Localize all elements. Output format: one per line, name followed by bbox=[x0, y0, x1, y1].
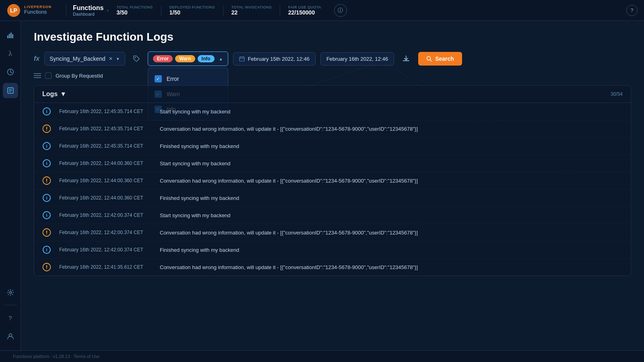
sidebar-item-schedule[interactable] bbox=[3, 64, 18, 80]
info-icon-nav[interactable]: ⓘ bbox=[334, 4, 347, 17]
info-badge: Info bbox=[198, 55, 215, 62]
fx-label: fx bbox=[34, 55, 39, 62]
sidebar-item-user[interactable] bbox=[3, 329, 18, 344]
log-message: Start syncing with my backend bbox=[160, 212, 231, 218]
svg-point-34 bbox=[46, 268, 47, 269]
tag-filter-button[interactable] bbox=[130, 52, 143, 65]
log-timestamp: February 16th 2022, 12:42:00.374 CET bbox=[59, 212, 152, 218]
sidebar-bottom: ? bbox=[3, 285, 18, 344]
search-icon bbox=[426, 56, 432, 62]
info-log-icon: i bbox=[43, 107, 51, 115]
table-row[interactable]: i February 16th 2022, 12:45:35.714 CET F… bbox=[34, 138, 631, 155]
nav-title: Functions Dashboard bbox=[73, 4, 103, 16]
group-by-label: Group By RequestId bbox=[56, 73, 103, 79]
group-by-checkbox[interactable] bbox=[45, 72, 52, 79]
logs-count: 30/54 bbox=[611, 91, 623, 97]
sidebar-item-logs[interactable] bbox=[3, 83, 18, 98]
date-from-value: February 15th 2022, 12:46 bbox=[248, 56, 310, 62]
log-message: Start syncing with my backend bbox=[160, 160, 231, 167]
svg-point-13 bbox=[9, 292, 11, 294]
group-by-row: Group By RequestId bbox=[34, 72, 631, 79]
svg-text:LP: LP bbox=[10, 7, 17, 14]
table-row[interactable]: February 16th 2022, 12:41:35.612 CET Con… bbox=[34, 259, 631, 276]
svg-point-17 bbox=[134, 57, 136, 58]
clear-function-button[interactable]: ✕ bbox=[109, 56, 113, 62]
svg-rect-4 bbox=[10, 33, 12, 38]
svg-rect-2 bbox=[7, 35, 8, 38]
sidebar-item-analytics[interactable] bbox=[3, 27, 18, 43]
table-row[interactable]: i February 16th 2022, 12:42:00.374 CET S… bbox=[34, 207, 631, 224]
info-log-icon: i bbox=[43, 211, 51, 219]
function-name: Syncing_My_Backend bbox=[50, 56, 105, 62]
sidebar-item-settings[interactable] bbox=[3, 285, 18, 300]
page-title: Investigate Function Logs bbox=[34, 31, 631, 43]
warn-log-icon bbox=[42, 176, 51, 185]
log-message: Conversation had wrong information, will… bbox=[160, 230, 418, 236]
table-row[interactable]: February 16th 2022, 12:44:00.360 CET Con… bbox=[34, 172, 631, 189]
warn-log-icon bbox=[42, 263, 51, 272]
nav-functions-section: Functions Dashboard › bbox=[73, 4, 108, 16]
main-layout: λ ? Investigate Function Logs bbox=[0, 21, 644, 350]
svg-line-23 bbox=[430, 60, 432, 62]
table-row[interactable]: February 16th 2022, 12:45:35.714 CET Con… bbox=[34, 120, 631, 138]
stat-deployed-functions: DEPLOYED FUNCTIONS 1/50 bbox=[161, 5, 223, 16]
log-timestamp: February 16th 2022, 12:45:35.714 CET bbox=[59, 126, 152, 132]
svg-point-32 bbox=[46, 234, 47, 234]
log-message: Start syncing with my backend bbox=[160, 109, 231, 115]
svg-point-30 bbox=[46, 182, 47, 183]
logs-title[interactable]: Logs ▼ bbox=[42, 90, 66, 98]
info-log-icon: i bbox=[43, 246, 51, 254]
level-select-container: Error Warn Info ▲ ✓ Error ✓ Warn bbox=[148, 51, 228, 66]
brand-bottom-label: Functions bbox=[24, 9, 52, 15]
log-timestamp: February 16th 2022, 12:42:00.374 CET bbox=[59, 247, 152, 253]
logs-panel: Logs ▼ 30/54 i February 16th 2022, 12:45… bbox=[34, 85, 631, 276]
table-row[interactable]: i February 16th 2022, 12:45:35.714 CET S… bbox=[34, 103, 631, 120]
table-row[interactable]: i February 16th 2022, 12:44:00.360 CET S… bbox=[34, 155, 631, 172]
stat-total-functions: TOTAL FUNCTIONS 3/50 bbox=[108, 5, 161, 16]
function-select[interactable]: Syncing_My_Backend ✕ ▼ bbox=[44, 52, 125, 66]
log-timestamp: February 16th 2022, 12:44:00.360 CET bbox=[59, 160, 152, 166]
level-select[interactable]: Error Warn Info ▲ bbox=[148, 51, 228, 66]
level-dropdown-arrow: ▲ bbox=[219, 57, 223, 61]
stat-fair-use-quota: FAIR USE QUOTA 22/150000 bbox=[280, 5, 329, 16]
nav-divider bbox=[66, 4, 66, 16]
svg-rect-3 bbox=[9, 34, 10, 38]
table-row[interactable]: i February 16th 2022, 12:44:00.360 CET F… bbox=[34, 189, 631, 207]
sidebar: λ ? bbox=[0, 21, 21, 350]
sidebar-divider bbox=[4, 305, 17, 305]
brand: LP LIVEPERSON Functions bbox=[6, 3, 52, 18]
log-message: Conversation had wrong information, will… bbox=[160, 264, 418, 270]
download-button[interactable] bbox=[399, 51, 413, 66]
warn-log-icon bbox=[42, 228, 51, 237]
calendar-icon bbox=[239, 56, 245, 62]
log-timestamp: February 16th 2022, 12:45:35.714 CET bbox=[59, 109, 152, 114]
svg-point-28 bbox=[46, 130, 47, 131]
list-view-icon[interactable] bbox=[34, 73, 41, 78]
brand-text: LIVEPERSON Functions bbox=[24, 5, 52, 15]
svg-line-8 bbox=[10, 72, 12, 73]
table-row[interactable]: i February 16th 2022, 12:42:00.374 CET F… bbox=[34, 241, 631, 259]
log-timestamp: February 16th 2022, 12:45:35.714 CET bbox=[59, 143, 152, 149]
info-log-icon: i bbox=[43, 142, 51, 150]
liveperson-logo: LP bbox=[6, 3, 21, 18]
log-timestamp: February 16th 2022, 12:44:00.360 CET bbox=[59, 195, 152, 201]
help-button[interactable]: ? bbox=[626, 5, 638, 16]
log-timestamp: February 16th 2022, 12:44:00.360 CET bbox=[59, 178, 152, 183]
warn-log-icon bbox=[42, 124, 51, 133]
sidebar-item-help[interactable]: ? bbox=[3, 310, 18, 325]
info-log-icon: i bbox=[43, 159, 51, 167]
svg-rect-5 bbox=[12, 34, 13, 38]
log-message: Conversation had wrong information, will… bbox=[160, 126, 418, 132]
date-from-field[interactable]: February 15th 2022, 12:46 bbox=[233, 52, 316, 66]
search-button[interactable]: Search bbox=[418, 52, 462, 66]
date-to-value: February 16th 2022, 12:46 bbox=[326, 56, 388, 62]
footer: Functions platform · v1.28.13 · Terms of… bbox=[0, 350, 644, 362]
log-timestamp: February 16th 2022, 12:42:00.374 CET bbox=[59, 230, 152, 235]
info-log-icon: i bbox=[43, 194, 51, 202]
svg-rect-18 bbox=[239, 57, 244, 62]
sidebar-item-functions[interactable]: λ bbox=[3, 46, 18, 61]
main-content: Investigate Function Logs fx Syncing_My_… bbox=[21, 21, 644, 350]
date-to-field[interactable]: February 16th 2022, 12:46 bbox=[320, 52, 394, 66]
table-row[interactable]: February 16th 2022, 12:42:00.374 CET Con… bbox=[34, 224, 631, 241]
warn-badge: Warn bbox=[175, 55, 195, 62]
